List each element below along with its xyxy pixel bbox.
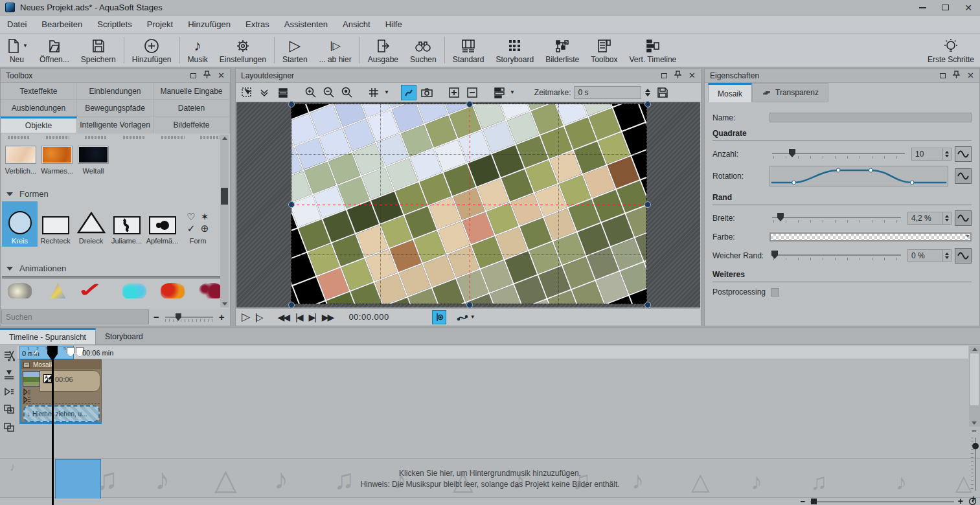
tab-timeline-spuransicht[interactable]: Timeline - Spuransicht bbox=[0, 328, 96, 344]
canvas-area[interactable] bbox=[236, 102, 700, 308]
track-object-icon[interactable] bbox=[3, 387, 15, 396]
tab-einblendungen[interactable]: Einblendungen bbox=[77, 83, 154, 99]
music-track[interactable]: △♪♫♪△♪♫♪△♪♫♪△♪♫♪ Klicken Sie hier, um Hi… bbox=[0, 458, 980, 499]
tab-dateien[interactable]: Dateien bbox=[154, 100, 230, 116]
close-panel-icon[interactable]: ✕ bbox=[218, 71, 225, 80]
chevron-down-icon[interactable]: ▼ bbox=[510, 89, 515, 95]
grid-button[interactable] bbox=[366, 85, 382, 100]
breite-animate-button[interactable] bbox=[955, 210, 972, 226]
animation-item[interactable] bbox=[46, 283, 70, 298]
menu-assistenten[interactable]: Assistenten bbox=[284, 19, 328, 29]
tab-intelligente-vorlagen[interactable]: Intelligente Vorlagen bbox=[77, 117, 154, 133]
breite-value[interactable]: 4,2 % bbox=[907, 212, 942, 225]
insert-track-icon[interactable] bbox=[3, 369, 15, 379]
menu-scriptlets[interactable]: Scriptlets bbox=[97, 19, 131, 29]
minimize-button[interactable] bbox=[919, 7, 926, 8]
mosaik-track[interactable]: − Mosaik AB 00:06 ↓ Hierher ziehen, u... bbox=[19, 359, 102, 424]
collapse-track-button[interactable]: − bbox=[23, 362, 30, 368]
playhead-line[interactable] bbox=[52, 346, 54, 505]
anzahl-slider[interactable] bbox=[769, 148, 907, 161]
animation-item[interactable] bbox=[122, 283, 146, 298]
ab-hier-button[interactable]: |▷ ... ab hier bbox=[313, 34, 358, 67]
form-item-dreieck[interactable]: Dreieck bbox=[73, 201, 109, 247]
close-panel-icon[interactable]: ✕ bbox=[689, 71, 696, 80]
neu-button[interactable]: ▼ Neu bbox=[0, 34, 34, 67]
menu-extras[interactable]: Extras bbox=[245, 19, 269, 29]
weicher-rand-value[interactable]: 0 % bbox=[907, 249, 942, 262]
zoom-in-button[interactable]: + bbox=[214, 311, 229, 322]
anzahl-value[interactable]: 10 bbox=[911, 148, 942, 161]
formen-section-header[interactable]: Formen bbox=[1, 184, 229, 201]
play-button[interactable]: ▷ bbox=[242, 310, 249, 324]
tab-transparenz[interactable]: Transparenz bbox=[752, 83, 828, 102]
pin-icon[interactable] bbox=[203, 71, 211, 81]
breite-slider[interactable] bbox=[769, 212, 904, 225]
go-to-end-button[interactable]: ▶| bbox=[308, 312, 315, 322]
weicher-rand-animate-button[interactable] bbox=[955, 248, 972, 264]
rotation-animate-button[interactable] bbox=[955, 168, 972, 184]
search-input[interactable] bbox=[1, 309, 149, 324]
einstellungen-button[interactable]: Einstellungen bbox=[214, 34, 272, 67]
toolbox-view-button[interactable]: Toolbox bbox=[585, 34, 623, 67]
drop-target[interactable]: ↓ Hierher ziehen, u... bbox=[23, 405, 100, 422]
suchen-button[interactable]: Suchen bbox=[404, 34, 442, 67]
resize-handle[interactable] bbox=[288, 201, 295, 208]
add-keyframe-button[interactable] bbox=[446, 85, 462, 100]
tab-bewegungspfade[interactable]: Bewegungspfade bbox=[77, 100, 154, 116]
menu-projekt[interactable]: Projekt bbox=[147, 19, 173, 29]
object-item-verblichen[interactable]: Verblich... bbox=[5, 146, 36, 175]
scroll-down-icon[interactable] bbox=[222, 302, 227, 306]
ruler-selection-band[interactable]: 1 2 3 4 5 0 min ✂ bbox=[19, 346, 74, 359]
zoom-in-button[interactable] bbox=[302, 85, 318, 100]
anzahl-stepper[interactable] bbox=[942, 148, 952, 161]
zoom-fit-button[interactable] bbox=[339, 85, 354, 100]
play-from-cursor-button[interactable]: |▷ bbox=[255, 312, 262, 322]
select-tool-button[interactable] bbox=[239, 85, 255, 100]
add-image-track-icon[interactable] bbox=[3, 404, 15, 414]
timeline-vscrollbar[interactable] bbox=[969, 346, 980, 427]
duplicate-track-icon[interactable] bbox=[3, 422, 15, 432]
rewind-button[interactable]: ◀◀ bbox=[277, 312, 289, 322]
maximize-panel-icon[interactable] bbox=[940, 73, 946, 78]
zoom-out-button[interactable]: − bbox=[149, 311, 164, 322]
scrollbar-thumb[interactable] bbox=[970, 354, 979, 405]
camera-button[interactable] bbox=[419, 85, 435, 100]
speichern-button[interactable]: Speichern bbox=[75, 34, 122, 67]
scroll-up-icon[interactable] bbox=[972, 348, 977, 351]
thumbnail-size-slider[interactable] bbox=[164, 311, 214, 323]
music-hint-line1[interactable]: Klicken Sie hier, um Hintergrundmusik hi… bbox=[0, 468, 980, 479]
resize-handle[interactable] bbox=[288, 302, 295, 308]
vzoom-out-button[interactable]: − bbox=[972, 426, 977, 436]
form-item-rechteck[interactable]: Rechteck bbox=[38, 201, 73, 247]
hzoom-out-button[interactable]: − bbox=[800, 497, 805, 505]
standard-button[interactable]: Standard bbox=[447, 34, 490, 67]
form-item-form[interactable]: ♡✶✓⊕ Form bbox=[180, 201, 216, 247]
postprocessing-checkbox[interactable] bbox=[771, 288, 779, 297]
chip-thumbnail[interactable] bbox=[23, 371, 40, 387]
remove-keyframe-button[interactable] bbox=[464, 85, 480, 100]
razor-tool-icon[interactable] bbox=[3, 350, 15, 361]
pin-icon[interactable] bbox=[674, 71, 681, 81]
weicher-rand-stepper[interactable] bbox=[942, 249, 952, 262]
name-input[interactable] bbox=[769, 113, 972, 122]
tab-bildeffekte[interactable]: Bildeffekte bbox=[154, 117, 230, 133]
menu-hilfe[interactable]: Hilfe bbox=[385, 19, 402, 29]
zeitmarke-input[interactable]: 0 s bbox=[574, 86, 641, 99]
music-selected-range[interactable] bbox=[55, 459, 101, 499]
maximize-panel-icon[interactable] bbox=[661, 73, 667, 78]
timeline-ruler[interactable]: 1 2 3 4 5 0 min ✂ 00:06 min bbox=[17, 346, 968, 359]
snap-tool-button[interactable] bbox=[257, 85, 273, 100]
close-button[interactable]: ✕ bbox=[964, 3, 972, 12]
menu-ansicht[interactable]: Ansicht bbox=[343, 19, 370, 29]
scrollbar-thumb[interactable] bbox=[221, 188, 228, 205]
object-item-warmes[interactable]: Warmes... bbox=[41, 146, 73, 175]
ab-transition-icon[interactable]: AB bbox=[43, 374, 52, 383]
animation-item[interactable] bbox=[161, 283, 185, 298]
animationen-section-header[interactable]: Animationen bbox=[1, 258, 229, 276]
close-panel-icon[interactable]: ✕ bbox=[967, 71, 974, 80]
maximize-button[interactable] bbox=[942, 5, 949, 10]
resize-handle[interactable] bbox=[466, 101, 473, 107]
pin-icon[interactable] bbox=[953, 71, 960, 81]
chevron-down-icon[interactable]: ▼ bbox=[384, 89, 389, 95]
object-item-weltall[interactable]: Weltall bbox=[78, 146, 109, 175]
